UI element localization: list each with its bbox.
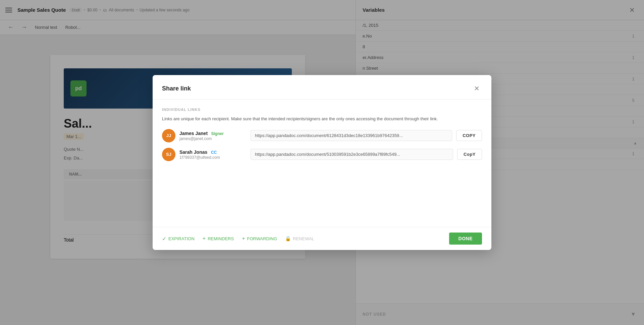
- recipient-email-sarah: 1f799337@uifeed.com: [179, 155, 247, 160]
- copy-button-sarah[interactable]: CopY: [457, 149, 482, 160]
- link-field-james[interactable]: https://app.pandadoc.com/document/612843…: [251, 130, 452, 141]
- link-field-sarah[interactable]: https://app.pandadoc.com/document/510039…: [251, 149, 453, 160]
- recipient-row-sarah: SJ Sarah Jonas CC 1f799337@uifeed.com ht…: [162, 148, 482, 161]
- checkmark-icon: ✓: [162, 236, 166, 242]
- reminders-action[interactable]: + REMINDERS: [203, 236, 234, 242]
- renewal-action[interactable]: 🔒 RENEWAL: [285, 236, 314, 241]
- recipient-row-james: JJ James Janet Signer james@janet.com ht…: [162, 129, 482, 142]
- lock-icon: 🔒: [285, 236, 291, 241]
- renewal-label: RENEWAL: [293, 236, 314, 241]
- plus-icon-reminders: +: [203, 236, 206, 242]
- recipient-info-james: James Janet Signer james@janet.com: [179, 130, 247, 141]
- recipient-name-james: James Janet: [179, 131, 208, 136]
- modal-close-button[interactable]: ✕: [471, 83, 482, 94]
- modal-title: Share link: [162, 85, 191, 92]
- modal-header: Share link ✕: [153, 75, 491, 100]
- done-button[interactable]: DONE: [449, 233, 482, 245]
- recipient-role-james: Signer: [211, 131, 224, 136]
- avatar-james: JJ: [162, 129, 175, 142]
- footer-actions: ✓ EXPIRATION + REMINDERS + FORWARDING 🔒 …: [162, 236, 314, 242]
- link-wrapper-sarah: https://app.pandadoc.com/document/510039…: [251, 149, 453, 160]
- forwarding-label: FORWARDING: [247, 236, 277, 241]
- section-description: Links are unique for each recipient. Mak…: [162, 116, 482, 122]
- section-label: INDIVIDUAL LINKS: [162, 108, 482, 112]
- avatar-sarah: SJ: [162, 148, 175, 161]
- share-link-modal: Share link ✕ INDIVIDUAL LINKS Links are …: [153, 75, 491, 250]
- recipient-role-sarah: CC: [211, 150, 217, 155]
- link-wrapper-james: https://app.pandadoc.com/document/612843…: [251, 130, 452, 141]
- expiration-label: EXPIRATION: [168, 236, 195, 241]
- copy-button-james[interactable]: COPY: [456, 130, 482, 141]
- reminders-label: REMINDERS: [208, 236, 234, 241]
- recipient-email-james: james@janet.com: [179, 136, 247, 141]
- recipient-name-sarah: Sarah Jonas: [179, 149, 207, 155]
- recipient-info-sarah: Sarah Jonas CC 1f799337@uifeed.com: [179, 149, 247, 160]
- modal-body: INDIVIDUAL LINKS Links are unique for ea…: [153, 100, 491, 227]
- expiration-action[interactable]: ✓ EXPIRATION: [162, 236, 195, 242]
- modal-footer: ✓ EXPIRATION + REMINDERS + FORWARDING 🔒 …: [153, 227, 491, 250]
- forwarding-action[interactable]: + FORWARDING: [242, 236, 277, 242]
- plus-icon-forwarding: +: [242, 236, 245, 242]
